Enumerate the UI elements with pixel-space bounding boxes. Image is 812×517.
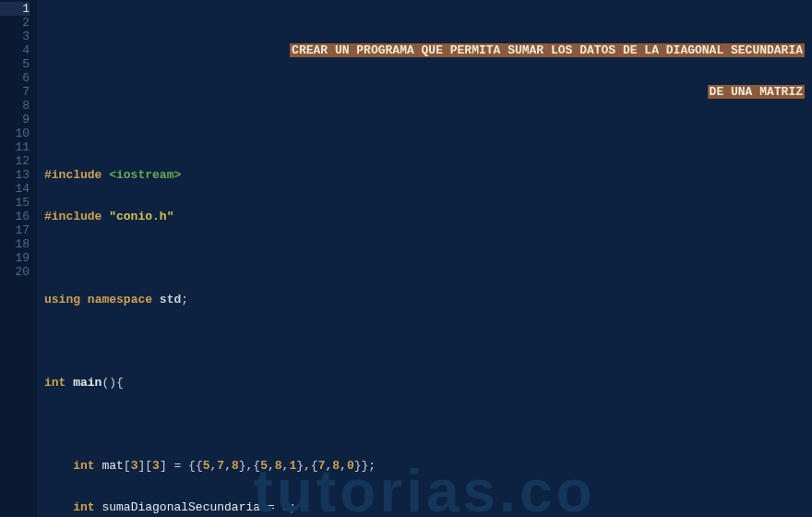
watermark-text: tutorias.co	[253, 485, 595, 499]
line-number: 19	[0, 251, 30, 265]
code-line: DE UNA MATRIZ	[44, 85, 812, 99]
keyword: namespace	[88, 293, 152, 307]
line-number: 5	[0, 57, 30, 71]
code-line	[44, 251, 812, 265]
line-number: 11	[0, 140, 30, 154]
comment-banner: DE UNA MATRIZ	[708, 85, 805, 99]
code-line	[44, 417, 812, 431]
line-number: 4	[0, 43, 30, 57]
type: int	[73, 500, 94, 514]
line-number: 10	[0, 126, 30, 140]
line-number: 15	[0, 196, 30, 210]
code-editor: 1234567891011121314151617181920 CREAR UN…	[0, 0, 812, 517]
line-number: 7	[0, 85, 30, 99]
preproc: #include	[44, 210, 109, 223]
identifier: sumaDiagonalSecundaria	[102, 500, 260, 514]
line-number: 17	[0, 223, 30, 237]
line-number: 8	[0, 99, 30, 113]
code-line	[44, 334, 812, 348]
line-number: 16	[0, 210, 30, 223]
type: int	[44, 376, 66, 390]
code-line: int mat[3][3] = {{5,7,8},{5,8,1},{7,8,0}…	[44, 459, 812, 473]
line-number: 14	[0, 182, 30, 196]
code-area[interactable]: CREAR UN PROGRAMA QUE PERMITA SUMAR LOS …	[37, 0, 812, 517]
code-line: int main(){	[44, 376, 812, 390]
identifier: mat	[102, 459, 123, 473]
line-number: 12	[0, 154, 30, 168]
line-number: 20	[0, 265, 30, 279]
number: 3	[152, 459, 160, 473]
line-number: 13	[0, 168, 30, 182]
line-number: 1	[0, 2, 30, 16]
line-number: 3	[0, 30, 30, 43]
identifier: std	[160, 293, 181, 307]
code-line: #include <iostream>	[44, 168, 812, 182]
line-number: 18	[0, 237, 30, 251]
code-line: using namespace std;	[44, 293, 812, 307]
header: <iostream>	[109, 168, 181, 182]
code-line	[44, 126, 812, 140]
preproc: #include	[44, 168, 109, 182]
type: int	[73, 459, 94, 473]
comment-banner: CREAR UN PROGRAMA QUE PERMITA SUMAR LOS …	[290, 43, 805, 57]
line-number-gutter: 1234567891011121314151617181920	[0, 0, 37, 517]
code-line: int sumaDiagonalSecundaria = 0;	[44, 500, 812, 514]
line-number: 2	[0, 16, 30, 30]
header: "conio.h"	[109, 210, 173, 223]
line-number: 9	[0, 113, 30, 126]
code-line: #include "conio.h"	[44, 210, 812, 223]
line-number: 6	[0, 71, 30, 85]
keyword: using	[44, 293, 80, 307]
code-line: CREAR UN PROGRAMA QUE PERMITA SUMAR LOS …	[44, 43, 812, 57]
function: main	[73, 376, 102, 390]
